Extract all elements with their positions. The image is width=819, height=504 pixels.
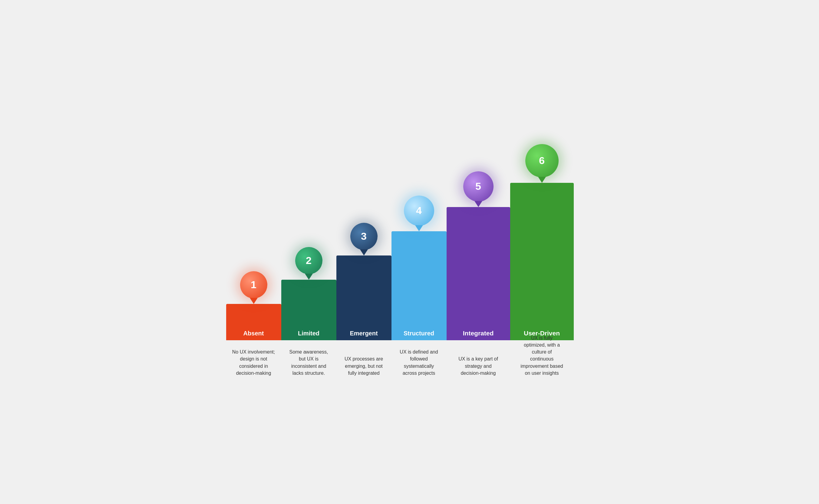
step-desc-4: UX is defined and followed systematicall… — [388, 348, 450, 377]
bubble-3: 3 — [350, 223, 378, 250]
step-name-2: Limited — [281, 326, 336, 340]
bubble-6: 6 — [525, 144, 559, 177]
main-title — [226, 118, 408, 134]
step-5: Integrated — [447, 207, 510, 340]
bubble-1: 1 — [240, 271, 267, 298]
step-name-4: Structured — [391, 326, 447, 340]
step-desc-3: UX processes are emerging, but not fully… — [333, 355, 395, 377]
step-name-1: Absent — [226, 326, 281, 340]
step-desc-6: UX is fully optimized, with a culture of… — [507, 334, 577, 377]
bubble-4: 4 — [404, 196, 434, 226]
step-3: Emergent — [336, 255, 391, 340]
step-desc-2: Some awareness, but UX is inconsistent a… — [278, 348, 339, 377]
step-4: Structured — [391, 231, 447, 340]
staircase-area: Absent1No UX involvement; design is not … — [226, 153, 593, 340]
step-name-3: Emergent — [336, 326, 391, 340]
step-6: User-Driven — [510, 183, 574, 340]
bubble-5: 5 — [463, 171, 494, 202]
step-desc-1: No UX involvement; design is not conside… — [223, 348, 284, 377]
page-container: Absent1No UX involvement; design is not … — [205, 100, 614, 404]
step-1: Absent — [226, 304, 281, 340]
step-2: Limited — [281, 280, 336, 340]
step-name-5: Integrated — [447, 326, 510, 340]
bubble-2: 2 — [295, 247, 322, 274]
step-desc-5: UX is a key part of strategy and decisio… — [444, 355, 513, 377]
